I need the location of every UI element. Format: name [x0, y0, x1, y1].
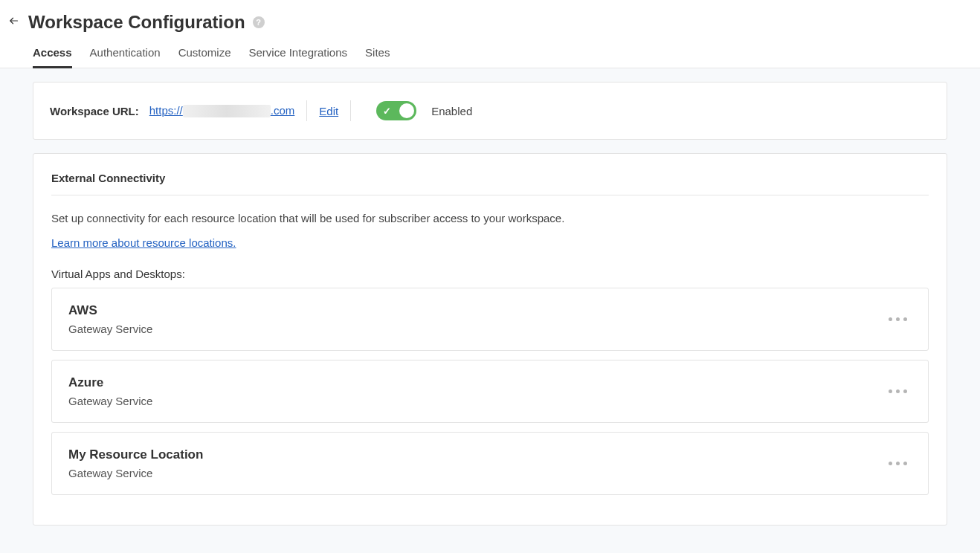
edit-url-link[interactable]: Edit: [319, 105, 338, 117]
enable-toggle[interactable]: ✓: [376, 101, 416, 120]
more-menu-icon[interactable]: [884, 313, 912, 326]
resource-location-list: AWSGateway ServiceAzureGateway ServiceMy…: [51, 288, 929, 495]
resource-location-item: AWSGateway Service: [51, 288, 929, 351]
tab-service-integrations[interactable]: Service Integrations: [248, 46, 347, 68]
content-area: Workspace URL: https://xxxxxxxxxxxxxxxx.…: [0, 68, 980, 553]
external-connectivity-title: External Connectivity: [51, 172, 929, 195]
separator: [306, 100, 307, 121]
resource-location-name: My Resource Location: [68, 447, 203, 462]
tab-bar: AccessAuthenticationCustomizeService Int…: [0, 33, 980, 68]
back-icon[interactable]: [7, 14, 21, 30]
tab-access[interactable]: Access: [33, 46, 72, 68]
tab-customize[interactable]: Customize: [178, 46, 231, 68]
enabled-label: Enabled: [431, 105, 472, 117]
workspace-url-link[interactable]: https://xxxxxxxxxxxxxxxx.com: [149, 104, 295, 118]
page-title: Workspace Configuration: [28, 12, 245, 33]
external-connectivity-description: Set up connectivity for each resource lo…: [51, 212, 929, 224]
resource-location-name: AWS: [68, 303, 152, 318]
virtual-apps-subheading: Virtual Apps and Desktops:: [51, 268, 929, 280]
resource-location-item: AzureGateway Service: [51, 360, 929, 423]
resource-location-service: Gateway Service: [68, 395, 152, 407]
resource-location-service: Gateway Service: [68, 467, 203, 479]
tab-authentication[interactable]: Authentication: [90, 46, 161, 68]
more-menu-icon[interactable]: [884, 457, 912, 470]
more-menu-icon[interactable]: [884, 385, 912, 398]
tab-sites[interactable]: Sites: [365, 46, 390, 68]
url-prefix: https://: [149, 104, 183, 117]
resource-location-item: My Resource LocationGateway Service: [51, 432, 929, 495]
resource-location-service: Gateway Service: [68, 323, 152, 335]
check-icon: ✓: [383, 106, 391, 117]
separator: [350, 100, 351, 121]
workspace-url-label: Workspace URL:: [50, 105, 139, 117]
toggle-knob: [399, 103, 414, 118]
resource-location-name: Azure: [68, 375, 152, 390]
workspace-url-card: Workspace URL: https://xxxxxxxxxxxxxxxx.…: [33, 82, 947, 140]
url-redacted: xxxxxxxxxxxxxxxx: [183, 105, 271, 117]
learn-more-link[interactable]: Learn more about resource locations.: [51, 236, 236, 249]
help-icon[interactable]: ?: [253, 16, 265, 28]
external-connectivity-card: External Connectivity Set up connectivit…: [33, 153, 947, 525]
url-suffix: .com: [271, 104, 295, 117]
